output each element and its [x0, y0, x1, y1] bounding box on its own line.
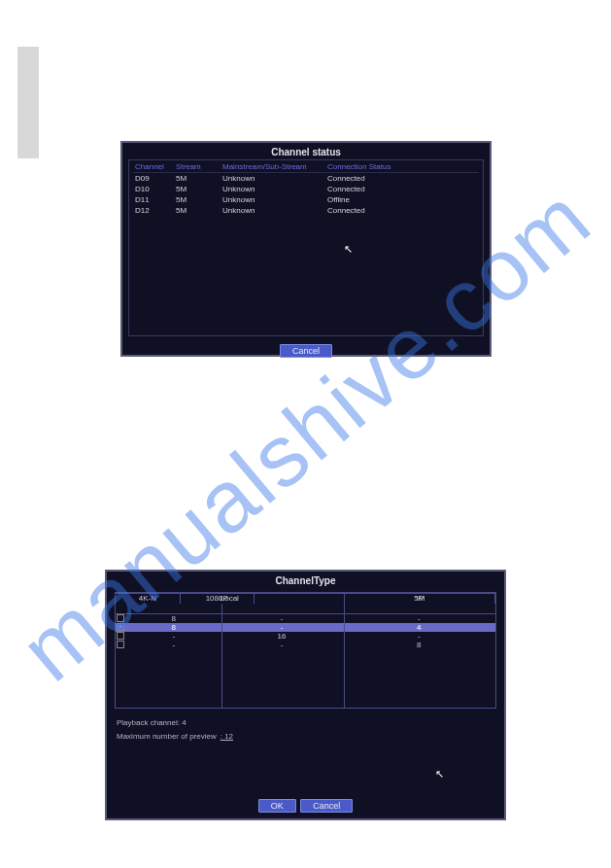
dialog-title: ChannelType [107, 572, 504, 592]
info-text: Playback channel: 4 Maximum number of pr… [117, 716, 494, 744]
dialog-footer: Cancel [122, 336, 490, 358]
cursor-icon: ↖ [435, 768, 444, 781]
col-local: Local 4K-N 1080P [116, 593, 345, 614]
table-row: D09 5M Unknown Connected [133, 173, 479, 184]
table-row: D11 5M Unknown Offline [133, 194, 479, 205]
checkbox[interactable] [117, 614, 124, 622]
ok-button[interactable]: OK [258, 799, 296, 813]
table-header: Channel Stream Mainstream/Sub-Stream Con… [133, 162, 479, 173]
checkbox[interactable] [117, 623, 124, 631]
col-ip: IP 5M [345, 593, 495, 614]
table-row[interactable]: 8 - 4 [116, 623, 495, 632]
col-stream: Stream [176, 162, 222, 171]
channel-type-table: Local 4K-N 1080P IP 5M 8 - - 8 - 4 [115, 592, 496, 709]
channel-status-table: Channel Stream Mainstream/Sub-Stream Con… [128, 159, 484, 336]
col-mainsub: Mainstream/Sub-Stream [222, 162, 327, 171]
cursor-icon: ↖ [344, 243, 353, 256]
table-row[interactable]: - - 8 [116, 641, 495, 649]
channel-status-dialog: Channel status Channel Stream Mainstream… [120, 141, 492, 357]
col-channel: Channel [133, 162, 176, 171]
col-connection: Connection Status [327, 162, 415, 171]
channel-type-dialog: ChannelType Local 4K-N 1080P IP 5M 8 - [105, 570, 506, 820]
table-row[interactable]: 8 - - [116, 614, 495, 623]
page-margin-tab [17, 47, 39, 158]
cancel-button[interactable]: Cancel [300, 799, 353, 813]
table-row: D12 5M Unknown Connected [133, 205, 479, 216]
table-row[interactable]: - 16 - [116, 632, 495, 641]
table-header: Local 4K-N 1080P IP 5M [116, 593, 495, 614]
dialog-title: Channel status [122, 143, 490, 159]
checkbox[interactable] [117, 632, 124, 640]
cancel-button[interactable]: Cancel [280, 344, 332, 358]
dialog-footer: OK Cancel [107, 795, 504, 813]
table-row: D10 5M Unknown Connected [133, 184, 479, 194]
checkbox[interactable] [117, 641, 124, 648]
